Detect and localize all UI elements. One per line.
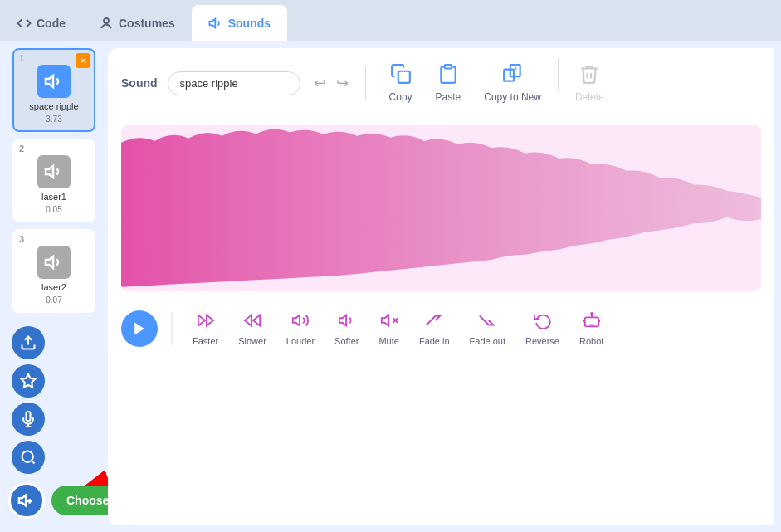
play-button[interactable] — [121, 310, 158, 347]
speaker-plus-icon — [17, 491, 36, 510]
toolbar-row: Sound ↩ ↪ Copy — [121, 58, 761, 115]
sound-item-2[interactable]: 2 laser1 0.05 — [12, 139, 95, 222]
effects-row: Faster Slower — [121, 301, 761, 356]
svg-marker-23 — [198, 315, 204, 326]
delete-svg-icon — [578, 63, 600, 85]
sound-item-2-number: 2 — [19, 144, 24, 154]
fade-in-icon — [424, 311, 444, 334]
delete-btn[interactable]: Delete — [565, 58, 614, 108]
tab-code[interactable]: Code — [0, 5, 82, 41]
fade-out-label: Fade out — [470, 336, 505, 346]
search-icon — [20, 449, 37, 466]
sound-3-duration: 0.07 — [46, 295, 61, 305]
effect-mute-btn[interactable]: Mute — [372, 308, 405, 349]
svg-marker-2 — [46, 76, 53, 87]
sound-2-icon-wrap — [37, 155, 71, 188]
sound-1-icon-wrap — [37, 65, 71, 98]
mute-label: Mute — [378, 336, 398, 346]
fade-out-svg — [477, 311, 497, 329]
effect-faster-btn[interactable]: Faster — [186, 308, 225, 349]
faster-svg — [196, 311, 216, 329]
choose-sound-icon-btn[interactable] — [8, 482, 45, 519]
svg-marker-21 — [134, 323, 144, 335]
sound-2-duration: 0.05 — [46, 205, 61, 214]
tab-code-label: Code — [37, 17, 66, 30]
sound-1-duration: 3.73 — [46, 115, 61, 124]
effects-list: Faster Slower — [186, 308, 610, 349]
tab-sounds[interactable]: Sounds — [192, 5, 287, 41]
sounds-sidebar: 1 ✕ space ripple 3.73 2 laser1 0.05 — [0, 41, 108, 532]
paste-svg-icon — [437, 63, 459, 85]
right-content: Sound ↩ ↪ Copy — [108, 48, 774, 525]
effect-fade-in-btn[interactable]: Fade in — [412, 308, 456, 349]
play-icon — [131, 320, 148, 337]
choose-sound-button[interactable]: Choose a Sound — [51, 486, 108, 515]
effect-fade-out-btn[interactable]: Fade out — [463, 308, 512, 349]
svg-marker-25 — [253, 315, 260, 326]
louder-svg — [290, 311, 310, 329]
svg-marker-22 — [207, 315, 213, 326]
effect-slower-btn[interactable]: Slower — [232, 308, 273, 349]
sound-name-input[interactable] — [168, 71, 300, 95]
code-icon — [17, 16, 32, 31]
reverse-label: Reverse — [525, 336, 559, 346]
robot-svg — [582, 311, 602, 329]
robot-label: Robot — [579, 336, 603, 346]
reverse-icon — [533, 311, 553, 334]
copy-to-new-icon — [502, 63, 524, 89]
left-action-buttons — [12, 326, 45, 474]
fade-in-label: Fade in — [419, 336, 450, 346]
sound-item-3[interactable]: 3 laser2 0.07 — [12, 229, 95, 313]
sound-item-1-number: 1 — [19, 53, 24, 63]
mute-icon — [379, 311, 399, 334]
copy-to-new-btn[interactable]: Copy to New — [474, 58, 551, 108]
svg-line-10 — [32, 461, 35, 464]
effects-divider — [171, 312, 173, 345]
copy-svg-icon — [390, 63, 412, 85]
sounds-tab-icon — [208, 16, 223, 31]
effect-louder-btn[interactable]: Louder — [280, 308, 321, 349]
paste-icon — [437, 63, 459, 89]
upload-sound-btn[interactable] — [12, 326, 45, 359]
record-sound-btn[interactable] — [12, 403, 45, 436]
delete-label: Delete — [575, 91, 604, 103]
search-sound-btn[interactable] — [12, 441, 45, 474]
faster-label: Faster — [193, 336, 218, 346]
effect-reverse-btn[interactable]: Reverse — [519, 308, 566, 349]
tab-costumes-label: Costumes — [119, 17, 175, 30]
choose-sound-area: Choose a Sound — [8, 482, 108, 519]
upload-icon — [20, 334, 37, 351]
svg-point-9 — [22, 451, 33, 462]
slower-label: Slower — [238, 336, 266, 346]
sound-1-name: space ripple — [29, 101, 78, 111]
sound-field-label: Sound — [121, 76, 158, 90]
reverse-svg — [533, 311, 553, 329]
delete-icon — [578, 63, 600, 89]
redo-btn[interactable]: ↪ — [333, 71, 352, 95]
svg-marker-26 — [293, 315, 300, 326]
louder-label: Louder — [286, 336, 315, 346]
svg-marker-27 — [339, 315, 346, 326]
tab-costumes[interactable]: Costumes — [82, 5, 192, 41]
surprise-sound-btn[interactable] — [12, 364, 45, 398]
fade-out-icon — [477, 311, 497, 334]
copy-label: Copy — [389, 91, 412, 103]
delete-sound-1-btn[interactable]: ✕ — [76, 53, 90, 68]
copy-btn[interactable]: Copy — [379, 58, 422, 108]
microphone-icon — [20, 411, 37, 427]
svg-point-0 — [104, 18, 109, 23]
svg-rect-19 — [510, 65, 520, 76]
effect-robot-btn[interactable]: Robot — [573, 308, 610, 349]
sound-3-icon-wrap — [37, 246, 71, 279]
paste-btn[interactable]: Paste — [426, 58, 471, 108]
sound-item-1[interactable]: 1 ✕ space ripple 3.73 — [12, 48, 95, 132]
softer-label: Softer — [334, 336, 359, 346]
undo-btn[interactable]: ↩ — [310, 71, 329, 95]
copy-to-new-label: Copy to New — [484, 91, 541, 103]
softer-icon — [337, 311, 357, 334]
effect-softer-btn[interactable]: Softer — [328, 308, 365, 349]
tab-bar: Code Costumes Sounds — [0, 0, 781, 41]
copy-to-new-svg-icon — [502, 63, 524, 85]
sound-3-name: laser2 — [41, 282, 66, 292]
svg-marker-24 — [245, 315, 251, 326]
